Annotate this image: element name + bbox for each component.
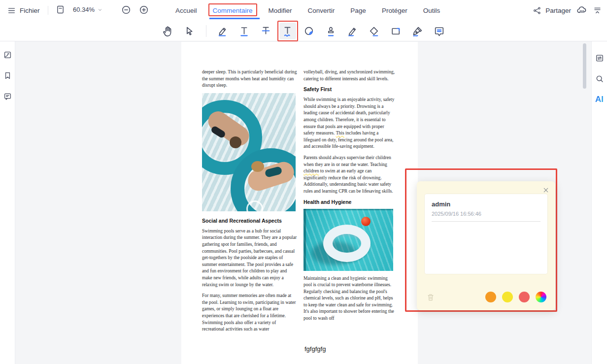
share-label: Partager bbox=[545, 7, 571, 14]
signature-pen-tool[interactable] bbox=[409, 23, 426, 39]
active-tab-underline bbox=[209, 18, 260, 19]
photo-pool-ring-and-ball bbox=[304, 209, 393, 271]
properties-icon[interactable] bbox=[595, 53, 605, 63]
header-right-actions: Partager bbox=[533, 0, 602, 21]
white-ring-float bbox=[323, 225, 371, 262]
divider bbox=[432, 221, 540, 222]
section-heading: Safety First bbox=[304, 86, 396, 92]
left-sidebar bbox=[0, 41, 15, 364]
note-comment-tool[interactable] bbox=[431, 23, 448, 39]
highlight-tool[interactable] bbox=[214, 23, 231, 39]
comments-icon[interactable] bbox=[3, 92, 12, 101]
pool-edge bbox=[304, 209, 393, 210]
squiggly-annotated-word[interactable]: children bbox=[304, 168, 319, 173]
section-heading: Social and Recreational Aspects bbox=[202, 218, 297, 224]
pdf-editor-window: Fichier 60.34% Accueil Comme bbox=[0, 0, 607, 364]
tab-commentaire[interactable]: Commentaire bbox=[213, 7, 253, 14]
tab-modifier[interactable]: Modifier bbox=[269, 7, 292, 14]
tab-outils[interactable]: Outils bbox=[423, 7, 440, 14]
hamburger-icon bbox=[7, 6, 16, 15]
trash-icon[interactable] bbox=[426, 292, 436, 302]
typed-text-annotation[interactable]: fgfgfgfg bbox=[304, 345, 326, 353]
page-display-icon[interactable] bbox=[55, 4, 66, 15]
share-icon bbox=[533, 6, 542, 15]
color-swatch-orange[interactable] bbox=[485, 292, 496, 302]
paragraph-with-squiggly-annotation: Parents should always supervise their ch… bbox=[304, 154, 396, 195]
file-menu-button[interactable]: Fichier bbox=[7, 4, 40, 16]
pool-edge bbox=[304, 209, 306, 271]
sticky-note-popup: admin 2025/09/16 16:56:46 bbox=[417, 181, 555, 310]
section-heading: Health and Hygiene bbox=[304, 199, 396, 205]
tab-proteger[interactable]: Protéger bbox=[382, 7, 407, 14]
hand-tool[interactable] bbox=[160, 23, 176, 39]
note-author: admin bbox=[432, 200, 540, 208]
eraser-tool[interactable] bbox=[366, 23, 383, 39]
search-icon[interactable] bbox=[595, 74, 605, 84]
paragraph: For many, summer memories are often made… bbox=[202, 292, 297, 332]
collapse-toolbar-icon[interactable] bbox=[593, 6, 602, 15]
paragraph: deeper sleep. This is particularly benef… bbox=[202, 68, 297, 89]
divider bbox=[48, 6, 48, 15]
photo-two-women-on-pool-floats bbox=[202, 93, 296, 211]
bookmarks-icon[interactable] bbox=[3, 71, 12, 80]
tab-accueil[interactable]: Accueil bbox=[175, 7, 197, 14]
note-footer bbox=[426, 291, 546, 303]
color-swatch-red[interactable] bbox=[519, 292, 530, 302]
red-ball bbox=[361, 217, 371, 226]
page-column-left: deeper sleep. This is particularly benef… bbox=[202, 68, 297, 337]
squiggly-annotated-word[interactable]: This bbox=[336, 130, 344, 135]
note-text-area[interactable]: admin 2025/09/16 16:56:46 bbox=[425, 194, 547, 274]
paragraph-text: Parents should always supervise their ch… bbox=[304, 155, 391, 167]
note-color-swatches bbox=[485, 292, 546, 302]
zoom-out-icon[interactable] bbox=[121, 4, 132, 15]
tab-commentaire-label: Commentaire bbox=[213, 7, 253, 14]
note-timestamp: 2025/09/16 16:56:46 bbox=[432, 211, 540, 217]
stamp-tool[interactable] bbox=[323, 23, 339, 39]
person-detail bbox=[230, 136, 241, 148]
select-tool[interactable] bbox=[181, 23, 198, 39]
zoom-level-dropdown[interactable]: 60.34% bbox=[73, 6, 102, 13]
close-icon[interactable] bbox=[541, 186, 550, 195]
tab-convertir[interactable]: Convertir bbox=[308, 7, 335, 14]
cloud-icon[interactable] bbox=[576, 4, 588, 16]
ellipse-tool[interactable] bbox=[301, 23, 318, 39]
share-button[interactable]: Partager bbox=[533, 6, 571, 15]
strikethrough-tool[interactable] bbox=[258, 23, 274, 39]
main-menu-row: Fichier 60.34% Accueil Comme bbox=[0, 0, 607, 21]
color-swatch-yellow[interactable] bbox=[502, 292, 513, 302]
rectangle-tool[interactable] bbox=[388, 23, 405, 39]
thumbnails-icon[interactable] bbox=[3, 50, 12, 60]
person-detail bbox=[251, 161, 264, 172]
divider bbox=[206, 25, 206, 37]
zoom-level-value: 60.34% bbox=[73, 6, 95, 13]
ai-assistant-button[interactable]: AI bbox=[595, 95, 604, 104]
toolbar-header: Fichier 60.34% Accueil Comme bbox=[0, 0, 607, 41]
vertical-scrollbar[interactable] bbox=[583, 43, 586, 89]
ribbon-tabs: Accueil Commentaire Modifier Convertir P… bbox=[175, 0, 440, 21]
zoom-in-icon[interactable] bbox=[138, 4, 149, 15]
color-swatch-custom-picker[interactable] bbox=[536, 292, 546, 302]
paragraph: Maintaining a clean and hygienic swimmin… bbox=[304, 275, 396, 322]
tab-page[interactable]: Page bbox=[350, 7, 366, 14]
pdf-page: deeper sleep. This is particularly benef… bbox=[181, 42, 418, 364]
annotation-toolbar bbox=[0, 21, 607, 41]
underline-tool[interactable] bbox=[236, 23, 253, 39]
paragraph: Swimming pools serve as a hub for social… bbox=[202, 228, 297, 288]
page-column-right: volleyball, diving, and synchronized swi… bbox=[304, 68, 396, 326]
pencil-tool[interactable] bbox=[344, 23, 361, 39]
chevron-down-icon bbox=[98, 7, 102, 12]
file-menu-label: Fichier bbox=[20, 7, 40, 14]
squiggly-underline-tool[interactable] bbox=[279, 23, 296, 39]
right-sidebar: AI bbox=[591, 41, 607, 364]
paragraph: volleyball, diving, and synchronized swi… bbox=[304, 68, 396, 82]
paragraph-with-squiggly-annotation: While swimming is an enjoyable activity,… bbox=[304, 96, 396, 150]
